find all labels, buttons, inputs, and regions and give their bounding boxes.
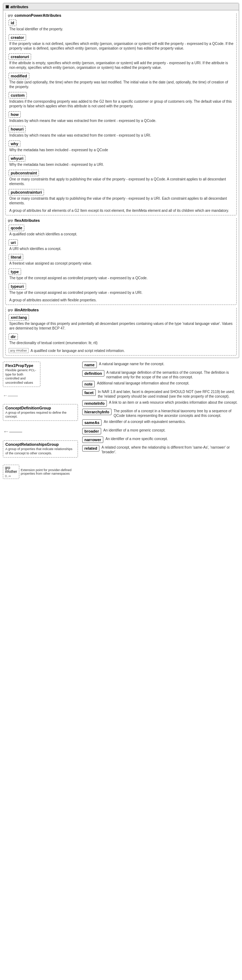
property-xmllang: xml:lang Specifies the language of this … bbox=[9, 314, 233, 331]
right-prop-narrower-row: narrower An identifier of a more specifi… bbox=[82, 436, 239, 444]
flex1-prop-desc: Flexible generic PCL-type for both contr… bbox=[5, 368, 38, 385]
property-dir: dir The directionality of textual conten… bbox=[9, 333, 233, 345]
right-facet-box: facet bbox=[82, 390, 96, 396]
concept-rel-group-box: ConceptRelationshipsGroup A group of pro… bbox=[3, 441, 78, 457]
property-qcode-name: qcode bbox=[9, 225, 24, 231]
page-container: ▣ attributes grp commonPowerAttributes i… bbox=[0, 0, 242, 482]
right-broader-box: broader bbox=[82, 428, 101, 434]
seq-arrow: ←—— bbox=[3, 428, 22, 436]
property-typeuri: typeuri The type of the concept assigned… bbox=[9, 283, 233, 295]
right-narrower-desc: An identifier of a more specific concept… bbox=[106, 436, 168, 441]
flex-group-title: grp flexAttributes bbox=[6, 218, 236, 223]
right-prop-note-row: note Additional natural language informa… bbox=[82, 381, 239, 388]
property-why-name: why bbox=[9, 140, 20, 147]
ilin-note: A qualified code for language and script… bbox=[30, 348, 125, 353]
property-xmllang-desc: Specifies the language of this property … bbox=[9, 321, 233, 331]
property-creator-desc: If the property value is not defined, sp… bbox=[9, 41, 233, 51]
property-type: type The type of the concept assigned as… bbox=[9, 269, 233, 280]
right-prop-hierarchyinfo-row: hierarchyInfo The position of a concept … bbox=[82, 409, 239, 418]
property-modified-desc: The date (and optionally, the time) when… bbox=[9, 80, 233, 89]
property-modified: modified The date (and optionally, the t… bbox=[9, 73, 233, 89]
property-whyuri-name: whyuri bbox=[9, 155, 26, 162]
right-facet-desc: In NAR 1.8 and later, facet is deprecate… bbox=[98, 390, 239, 399]
seq-connector: ←—— bbox=[3, 428, 78, 436]
ilin-attributes-group: grp ilinAttributes xml:lang Specifies th… bbox=[5, 307, 237, 356]
right-related-box: related bbox=[82, 445, 99, 452]
concept-rel-group-desc: A group of properties that indicate rela… bbox=[5, 447, 75, 455]
property-type-name: type bbox=[9, 269, 21, 275]
grp-any-other-cardinality: 0..∞ bbox=[5, 474, 17, 478]
property-creator: creator If the property value is not def… bbox=[9, 34, 233, 51]
property-custom-desc: Indicates if the corresponding property … bbox=[9, 99, 233, 108]
common-power-group-title: grp commonPowerAttributes bbox=[6, 13, 236, 18]
grp-any-other-desc: Extension point for provider-defined pro… bbox=[21, 468, 78, 476]
property-creatoruri-desc: If the attribute is empty, specifies whi… bbox=[9, 60, 233, 70]
property-dir-desc: The directionality of textual content (e… bbox=[9, 340, 233, 345]
property-creatoruri: creatoruri If the attribute is empty, sp… bbox=[9, 54, 233, 70]
property-literal: literal A freetext value assigned as con… bbox=[9, 254, 233, 266]
flex1-prop-title: Flex1PropType bbox=[5, 363, 38, 368]
property-id-name: id bbox=[9, 20, 16, 26]
right-prop-sameas-row: sameAs An identifier of a concept with e… bbox=[82, 419, 239, 426]
flex1-prop-type-box: Flex1PropType Flexible generic PCL-type … bbox=[3, 362, 40, 387]
bottom-left: Flex1PropType Flexible generic PCL-type … bbox=[3, 362, 78, 479]
property-typeuri-name: typeuri bbox=[9, 283, 26, 290]
property-why-desc: Why the metadata has been included - exp… bbox=[9, 148, 233, 152]
attributes-box: ▣ attributes grp commonPowerAttributes i… bbox=[3, 3, 239, 358]
property-uri-desc: A URI which identifies a concept. bbox=[9, 247, 233, 251]
property-typeuri-desc: The type of the concept assigned as cont… bbox=[9, 290, 233, 295]
right-related-desc: A related concept, where the relationshi… bbox=[101, 445, 239, 454]
flex-note: A group of attributes associated with fl… bbox=[9, 298, 233, 302]
right-definition-box: definition bbox=[82, 370, 104, 377]
pubconstraint-note: A group of attributes for all elements o… bbox=[9, 208, 233, 213]
right-hierarchyinfo-desc: The position of a concept in a hierarchi… bbox=[114, 409, 239, 418]
property-pubconstrainturi-name: pubconstrainturi bbox=[9, 189, 44, 196]
right-narrower-box: narrower bbox=[82, 436, 103, 443]
property-custom: custom Indicates if the corresponding pr… bbox=[9, 92, 233, 108]
right-prop-facet-row: facet In NAR 1.8 and later, facet is dep… bbox=[82, 390, 239, 399]
property-whyuri-desc: Why the metadata has been included - exp… bbox=[9, 162, 233, 167]
right-prop-related-row: related A related concept, where the rel… bbox=[82, 445, 239, 454]
attributes-icon: ▣ bbox=[5, 4, 9, 9]
ilin-grp-icon: grp bbox=[8, 308, 13, 312]
grp-any-other-label: grp ##other bbox=[5, 466, 17, 474]
connector-arrow: ←—— bbox=[3, 393, 18, 398]
property-how: how Indicates by which means the value w… bbox=[9, 111, 233, 123]
concept-def-group-box: ConceptDefinitionGroup A group of proper… bbox=[3, 404, 78, 421]
right-remoteinfo-box: remoteInfo bbox=[82, 400, 107, 407]
property-pubconstrainturi-desc: One or many constraints that apply to pu… bbox=[9, 196, 233, 205]
grp-any-other-box: grp ##other 0..∞ bbox=[3, 465, 19, 479]
property-type-desc: The type of the concept assigned as cont… bbox=[9, 276, 233, 280]
ilin-group-title: grp ilinAttributes bbox=[6, 307, 236, 313]
property-literal-desc: A freetext value assigned as concept pro… bbox=[9, 261, 233, 266]
right-broader-desc: An identifier of a more generic concept. bbox=[103, 428, 165, 433]
right-hierarchyinfo-box: hierarchyInfo bbox=[82, 409, 112, 415]
property-literal-name: literal bbox=[9, 254, 23, 260]
property-creatoruri-name: creatoruri bbox=[9, 54, 31, 60]
common-power-attributes-group: grp commonPowerAttributes id The local i… bbox=[5, 13, 237, 215]
concept-def-group-title: ConceptDefinitionGroup bbox=[5, 406, 75, 410]
property-qcode: qcode A qualified code which identifies … bbox=[9, 225, 233, 237]
right-definition-desc: A natural language definition of the sem… bbox=[107, 370, 239, 379]
flex-group-label: flexAttributes bbox=[14, 218, 40, 223]
grp-icon: grp bbox=[8, 14, 13, 17]
right-prop-remoteinfo-row: remoteInfo A link to an item or a web re… bbox=[82, 400, 239, 407]
right-sameas-desc: An identifier of a concept with equivale… bbox=[104, 419, 186, 424]
grp-any-other-section: grp ##other 0..∞ Extension point for pro… bbox=[3, 465, 78, 479]
right-name-box: name bbox=[82, 362, 97, 368]
property-modified-name: modified bbox=[9, 73, 29, 79]
connector-area: ←—— bbox=[3, 393, 78, 398]
property-pubconstraint: pubconstraint One or many constraints th… bbox=[9, 170, 233, 186]
right-name-desc: A natural language name for the concept. bbox=[99, 362, 164, 366]
property-pubconstrainturi: pubconstrainturi One or many constraints… bbox=[9, 189, 233, 205]
right-note-desc: Additional natural language information … bbox=[97, 381, 189, 385]
right-prop-name-row: name A natural language name for the con… bbox=[82, 362, 239, 369]
flex-group-content: qcode A qualified code which identifies … bbox=[6, 223, 236, 305]
attributes-title: ▣ attributes bbox=[3, 3, 239, 10]
property-pubconstraint-name: pubconstraint bbox=[9, 170, 39, 176]
ilin-group-content: xml:lang Specifies the language of this … bbox=[6, 313, 236, 355]
property-uri: uri A URI which identifies a concept. bbox=[9, 239, 233, 251]
property-how-desc: Indicates by which means the value was e… bbox=[9, 118, 233, 123]
property-uri-name: uri bbox=[9, 239, 18, 246]
right-note-box: note bbox=[82, 381, 95, 387]
